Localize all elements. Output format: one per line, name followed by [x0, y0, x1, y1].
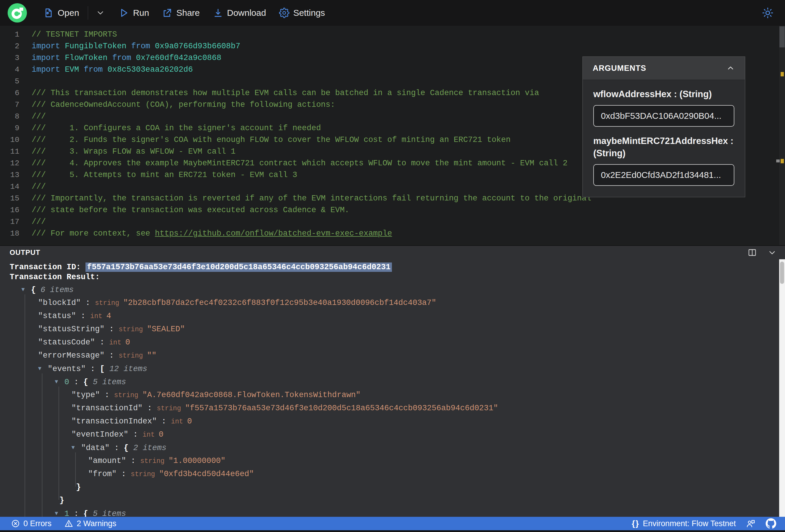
collapse-toggle[interactable]: ▼ [21, 283, 31, 297]
open-button[interactable]: Open [43, 8, 79, 18]
argument-input-maybemint[interactable] [593, 164, 734, 186]
argument-input-wflow[interactable] [593, 105, 734, 127]
code-editor[interactable]: 1// TESTNET IMPORTS2import FungibleToken… [0, 26, 785, 246]
item-count: 2 items [128, 444, 167, 452]
environment-status[interactable]: {} Environment: Flow Testnet [632, 519, 736, 528]
tree-row: ▼1 : { 5 items [10, 507, 779, 517]
theme-toggle-button[interactable] [760, 7, 775, 19]
collapse-toggle[interactable]: ▼ [71, 441, 81, 454]
run-button[interactable]: Run [119, 8, 149, 18]
split-view-button[interactable] [748, 248, 757, 257]
window-edge [0, 530, 785, 532]
output-panel: OUTPUT Transaction ID: f557a1573b76aa53e… [0, 246, 785, 517]
code-line: 17/// [0, 216, 779, 228]
editor-scrollbar[interactable] [779, 26, 785, 245]
code-line: 18/// For more context, see https://gith… [0, 228, 779, 239]
code-token: /// 2. Funds the signer's COA with enoug… [32, 135, 510, 144]
transaction-id-label: Transaction ID: [10, 263, 85, 272]
item-count: 5 items [88, 378, 126, 386]
open-label: Open [58, 8, 79, 18]
feedback-button[interactable] [746, 518, 756, 529]
line-number: 13 [0, 169, 32, 181]
code-token: /// Importantly, the transaction is reve… [32, 194, 591, 203]
json-colon: : [104, 351, 119, 360]
tree-row: "from" : string "0xfd3b4cd50d44e6ed" [10, 467, 779, 481]
code-token: /// For more context, see [32, 229, 155, 238]
settings-label: Settings [293, 8, 325, 18]
tree-row: "transactionId" : string "f557a1573b76aa… [10, 402, 779, 415]
transaction-result-label: Transaction Result: [10, 272, 779, 282]
errors-status[interactable]: 0 Errors [11, 519, 52, 528]
warnings-status[interactable]: 2 Warnings [65, 519, 117, 528]
json-colon: : [81, 299, 95, 307]
tree-row: "status" : int 4 [10, 310, 779, 323]
code-line: 16/// state before the transaction was e… [0, 204, 779, 216]
json-key: "events" [48, 364, 86, 373]
collapse-toggle[interactable]: ▼ [55, 507, 65, 517]
item-count: 12 items [104, 364, 147, 373]
code-token: FlowToken [65, 54, 107, 62]
github-link[interactable] [766, 518, 776, 529]
arguments-panel-header[interactable]: ARGUMENTS [583, 57, 745, 80]
json-key: "transactionIndex" [71, 417, 157, 426]
code-token: /// [32, 218, 46, 226]
json-key: "amount" [88, 456, 126, 465]
collapse-output-button[interactable] [767, 248, 777, 257]
tree-row: "type" : string "A.7e60df042a9c0868.Flow… [10, 388, 779, 402]
line-number: 12 [0, 157, 32, 169]
editor-scrollbar-thumb[interactable] [780, 26, 785, 47]
output-scrollbar[interactable] [779, 259, 785, 517]
line-number: 4 [0, 64, 32, 76]
flow-runner-window: Open Run Share [0, 0, 785, 532]
tree-row: "amount" : string "1.00000000" [10, 454, 779, 467]
tree-row: ▼0 : { 5 items [10, 376, 779, 388]
json-value-type: int [143, 431, 159, 439]
code-token: /// 1. Configures a COA in the signer's … [32, 124, 321, 132]
toolbar-divider [88, 6, 88, 20]
closing-brace: } [76, 483, 81, 491]
code-token: FungibleToken [65, 42, 126, 51]
collapse-toggle[interactable]: ▼ [38, 362, 48, 376]
line-number: 2 [0, 41, 32, 52]
json-value: 0 [187, 417, 192, 426]
json-key: "status" [38, 312, 76, 321]
download-button[interactable]: Download [213, 8, 266, 18]
arguments-panel: ARGUMENTS wflowAddressHex : (String) may… [582, 56, 745, 197]
warning-mark [781, 159, 784, 163]
code-token: import [32, 42, 65, 51]
json-colon: : [126, 456, 141, 465]
argument-label: wflowAddressHex : (String) [593, 88, 734, 100]
tree-row: } [10, 481, 779, 494]
tree-row: ▼"data" : { 2 items [10, 441, 779, 454]
settings-button[interactable]: Settings [279, 8, 325, 18]
json-value-type: string [95, 299, 123, 307]
warnings-label: 2 Warnings [77, 519, 117, 528]
tree-row: ▼"events" : [ 12 items [10, 362, 779, 376]
json-colon: : [76, 312, 91, 321]
output-scrollbar-thumb[interactable] [780, 262, 784, 284]
line-number: 9 [0, 122, 32, 134]
output-header: OUTPUT [0, 246, 785, 259]
open-menu-button[interactable] [96, 8, 105, 18]
json-colon: : [69, 378, 83, 386]
code-token: /// state before the transaction was exe… [32, 206, 350, 214]
line-number: 8 [0, 110, 32, 122]
line-number: 15 [0, 193, 32, 204]
json-value-type: int [90, 312, 106, 320]
json-value-type: string [119, 326, 147, 333]
flow-logo [8, 3, 27, 23]
transaction-id-line: Transaction ID: f557a1573b76aa53e73d46f3… [10, 262, 779, 272]
tree-row: } [10, 494, 779, 507]
json-value-type: string [157, 405, 185, 412]
json-value-type: string [140, 457, 169, 465]
json-value: "" [147, 351, 156, 360]
transaction-id-value[interactable]: f557a1573b76aa53e73d46f3e10d200d5c18a653… [85, 262, 392, 272]
chevron-up-icon[interactable] [726, 64, 735, 73]
json-value-type: string [114, 391, 143, 399]
code-link[interactable]: https://github.com/onflow/batched-evm-ex… [155, 229, 392, 238]
argument-label: maybeMintERC721AddressHex : (String) [593, 135, 734, 159]
code-token: /// [32, 182, 46, 191]
opening-brace: { [83, 509, 88, 517]
collapse-toggle[interactable]: ▼ [55, 376, 65, 388]
share-button[interactable]: Share [162, 8, 200, 18]
